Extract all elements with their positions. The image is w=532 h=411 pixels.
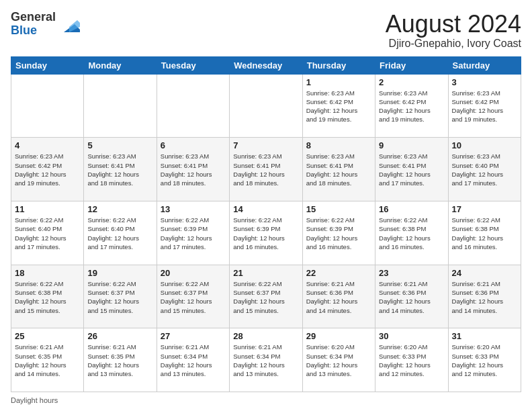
day-number: 29 bbox=[306, 331, 371, 341]
calendar-cell: 12Sunrise: 6:22 AM Sunset: 6:40 PM Dayli… bbox=[84, 201, 157, 265]
day-info: Sunrise: 6:22 AM Sunset: 6:38 PM Dayligh… bbox=[452, 216, 517, 251]
day-number: 5 bbox=[87, 140, 152, 150]
day-info: Sunrise: 6:22 AM Sunset: 6:40 PM Dayligh… bbox=[15, 216, 80, 251]
calendar-cell: 2Sunrise: 6:23 AM Sunset: 6:42 PM Daylig… bbox=[375, 74, 448, 138]
calendar-cell: 31Sunrise: 6:20 AM Sunset: 6:33 PM Dayli… bbox=[448, 328, 521, 392]
calendar-cell: 20Sunrise: 6:22 AM Sunset: 6:37 PM Dayli… bbox=[157, 265, 229, 328]
day-number: 16 bbox=[379, 204, 444, 214]
day-info: Sunrise: 6:20 AM Sunset: 6:33 PM Dayligh… bbox=[379, 342, 444, 378]
day-info: Sunrise: 6:22 AM Sunset: 6:39 PM Dayligh… bbox=[306, 216, 371, 251]
calendar-cell: 16Sunrise: 6:22 AM Sunset: 6:38 PM Dayli… bbox=[375, 201, 448, 265]
calendar-cell: 30Sunrise: 6:20 AM Sunset: 6:33 PM Dayli… bbox=[375, 328, 448, 392]
day-header-wednesday: Wednesday bbox=[230, 56, 302, 74]
logo-blue: Blue bbox=[11, 24, 37, 37]
day-info: Sunrise: 6:23 AM Sunset: 6:42 PM Dayligh… bbox=[379, 89, 444, 124]
day-info: Sunrise: 6:22 AM Sunset: 6:37 PM Dayligh… bbox=[161, 279, 226, 315]
day-info: Sunrise: 6:21 AM Sunset: 6:36 PM Dayligh… bbox=[379, 279, 444, 315]
day-number: 8 bbox=[306, 140, 371, 150]
calendar-cell: 28Sunrise: 6:21 AM Sunset: 6:34 PM Dayli… bbox=[230, 328, 302, 392]
page: General Blue August 2024 Djiro-Gnepahio,… bbox=[0, 0, 532, 411]
calendar-cell: 23Sunrise: 6:21 AM Sunset: 6:36 PM Dayli… bbox=[375, 265, 448, 328]
calendar-cell: 24Sunrise: 6:21 AM Sunset: 6:36 PM Dayli… bbox=[448, 265, 521, 328]
calendar-cell: 27Sunrise: 6:21 AM Sunset: 6:34 PM Dayli… bbox=[157, 328, 229, 392]
day-number: 11 bbox=[15, 204, 80, 214]
calendar-week-row: 4Sunrise: 6:23 AM Sunset: 6:42 PM Daylig… bbox=[11, 138, 521, 201]
calendar-cell: 22Sunrise: 6:21 AM Sunset: 6:36 PM Dayli… bbox=[302, 265, 375, 328]
day-number: 20 bbox=[161, 268, 226, 278]
day-header-thursday: Thursday bbox=[302, 56, 375, 74]
day-info: Sunrise: 6:22 AM Sunset: 6:40 PM Dayligh… bbox=[87, 216, 152, 251]
day-info: Sunrise: 6:20 AM Sunset: 6:33 PM Dayligh… bbox=[452, 342, 517, 378]
day-info: Sunrise: 6:22 AM Sunset: 6:37 PM Dayligh… bbox=[87, 279, 152, 315]
day-number: 23 bbox=[379, 268, 444, 278]
calendar-cell: 19Sunrise: 6:22 AM Sunset: 6:37 PM Dayli… bbox=[84, 265, 157, 328]
day-info: Sunrise: 6:21 AM Sunset: 6:36 PM Dayligh… bbox=[452, 279, 517, 315]
day-info: Sunrise: 6:23 AM Sunset: 6:42 PM Dayligh… bbox=[15, 152, 80, 187]
calendar-table: SundayMondayTuesdayWednesdayThursdayFrid… bbox=[11, 56, 521, 392]
day-info: Sunrise: 6:23 AM Sunset: 6:42 PM Dayligh… bbox=[452, 89, 517, 124]
header: General Blue August 2024 Djiro-Gnepahio,… bbox=[11, 11, 521, 50]
day-number: 30 bbox=[379, 331, 444, 341]
day-header-saturday: Saturday bbox=[448, 56, 521, 74]
calendar-cell: 29Sunrise: 6:20 AM Sunset: 6:34 PM Dayli… bbox=[302, 328, 375, 392]
day-number: 13 bbox=[161, 204, 226, 214]
day-number: 27 bbox=[161, 331, 226, 341]
day-info: Sunrise: 6:21 AM Sunset: 6:34 PM Dayligh… bbox=[233, 342, 298, 378]
day-number: 12 bbox=[87, 204, 152, 214]
calendar-cell bbox=[230, 74, 302, 138]
day-number: 6 bbox=[161, 140, 226, 150]
day-number: 7 bbox=[233, 140, 298, 150]
logo-icon bbox=[58, 13, 80, 35]
day-info: Sunrise: 6:22 AM Sunset: 6:37 PM Dayligh… bbox=[233, 279, 298, 315]
day-info: Sunrise: 6:21 AM Sunset: 6:35 PM Dayligh… bbox=[87, 342, 152, 378]
calendar-cell: 3Sunrise: 6:23 AM Sunset: 6:42 PM Daylig… bbox=[448, 74, 521, 138]
day-number: 3 bbox=[452, 77, 517, 87]
calendar-week-row: 11Sunrise: 6:22 AM Sunset: 6:40 PM Dayli… bbox=[11, 201, 521, 265]
day-info: Sunrise: 6:23 AM Sunset: 6:41 PM Dayligh… bbox=[87, 152, 152, 187]
logo-general: General bbox=[11, 10, 56, 24]
calendar-cell: 21Sunrise: 6:22 AM Sunset: 6:37 PM Dayli… bbox=[230, 265, 302, 328]
calendar-cell: 25Sunrise: 6:21 AM Sunset: 6:35 PM Dayli… bbox=[11, 328, 84, 392]
calendar-week-row: 25Sunrise: 6:21 AM Sunset: 6:35 PM Dayli… bbox=[11, 328, 521, 392]
calendar-cell bbox=[84, 74, 157, 138]
day-info: Sunrise: 6:23 AM Sunset: 6:40 PM Dayligh… bbox=[452, 152, 517, 187]
day-number: 2 bbox=[379, 77, 444, 87]
day-number: 9 bbox=[379, 140, 444, 150]
day-info: Sunrise: 6:20 AM Sunset: 6:34 PM Dayligh… bbox=[306, 342, 371, 378]
day-info: Sunrise: 6:21 AM Sunset: 6:36 PM Dayligh… bbox=[306, 279, 371, 315]
calendar-cell: 10Sunrise: 6:23 AM Sunset: 6:40 PM Dayli… bbox=[448, 138, 521, 201]
logo: General Blue bbox=[11, 11, 80, 38]
day-number: 18 bbox=[15, 268, 80, 278]
day-number: 21 bbox=[233, 268, 298, 278]
calendar-cell: 5Sunrise: 6:23 AM Sunset: 6:41 PM Daylig… bbox=[84, 138, 157, 201]
day-number: 28 bbox=[233, 331, 298, 341]
day-number: 14 bbox=[233, 204, 298, 214]
day-info: Sunrise: 6:22 AM Sunset: 6:38 PM Dayligh… bbox=[379, 216, 444, 251]
day-number: 4 bbox=[15, 140, 80, 150]
day-number: 24 bbox=[452, 268, 517, 278]
day-number: 19 bbox=[87, 268, 152, 278]
calendar-cell: 9Sunrise: 6:23 AM Sunset: 6:41 PM Daylig… bbox=[375, 138, 448, 201]
day-info: Sunrise: 6:22 AM Sunset: 6:39 PM Dayligh… bbox=[161, 216, 226, 251]
day-header-friday: Friday bbox=[375, 56, 448, 74]
day-header-tuesday: Tuesday bbox=[157, 56, 229, 74]
calendar-cell: 26Sunrise: 6:21 AM Sunset: 6:35 PM Dayli… bbox=[84, 328, 157, 392]
calendar-cell: 18Sunrise: 6:22 AM Sunset: 6:38 PM Dayli… bbox=[11, 265, 84, 328]
calendar-cell: 13Sunrise: 6:22 AM Sunset: 6:39 PM Dayli… bbox=[157, 201, 229, 265]
day-number: 17 bbox=[452, 204, 517, 214]
calendar-cell: 8Sunrise: 6:23 AM Sunset: 6:41 PM Daylig… bbox=[302, 138, 375, 201]
calendar-cell: 15Sunrise: 6:22 AM Sunset: 6:39 PM Dayli… bbox=[302, 201, 375, 265]
calendar-week-row: 1Sunrise: 6:23 AM Sunset: 6:42 PM Daylig… bbox=[11, 74, 521, 138]
calendar-cell: 11Sunrise: 6:22 AM Sunset: 6:40 PM Dayli… bbox=[11, 201, 84, 265]
calendar-cell bbox=[157, 74, 229, 138]
day-header-sunday: Sunday bbox=[11, 56, 84, 74]
day-info: Sunrise: 6:23 AM Sunset: 6:41 PM Dayligh… bbox=[306, 152, 371, 187]
day-header-monday: Monday bbox=[84, 56, 157, 74]
day-info: Sunrise: 6:23 AM Sunset: 6:41 PM Dayligh… bbox=[379, 152, 444, 187]
day-number: 26 bbox=[87, 331, 152, 341]
calendar-cell: 1Sunrise: 6:23 AM Sunset: 6:42 PM Daylig… bbox=[302, 74, 375, 138]
calendar-cell: 7Sunrise: 6:23 AM Sunset: 6:41 PM Daylig… bbox=[230, 138, 302, 201]
daylight-label: Daylight hours bbox=[11, 396, 58, 404]
day-number: 31 bbox=[452, 331, 517, 341]
day-number: 15 bbox=[306, 204, 371, 214]
